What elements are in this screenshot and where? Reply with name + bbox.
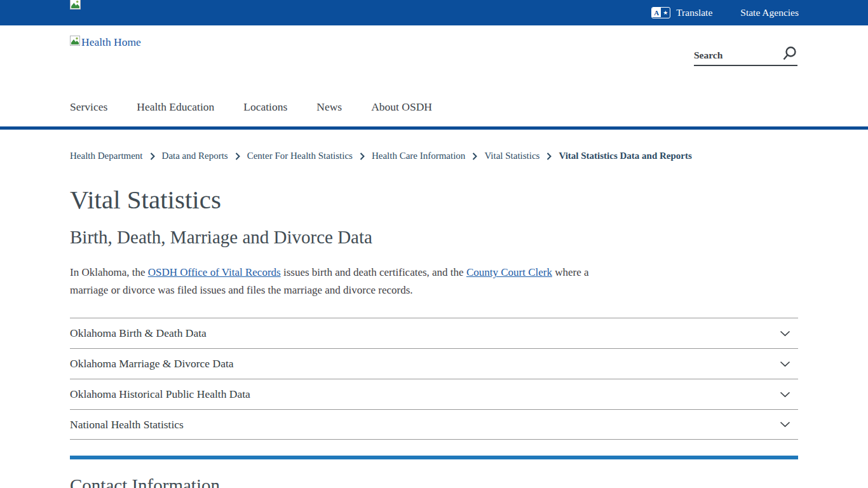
breadcrumb-center-for-health-statistics[interactable]: Center For Health Statistics	[247, 151, 353, 161]
chevron-right-icon	[472, 152, 477, 160]
chevron-down-icon	[780, 419, 790, 430]
accordion-label: Oklahoma Historical Public Health Data	[70, 388, 250, 401]
contact-information-heading: Contact Information	[70, 475, 220, 488]
accordion-historical-public-health-data[interactable]: Oklahoma Historical Public Health Data	[70, 379, 798, 409]
intro-text: issues birth and death certificates, and…	[281, 266, 466, 278]
search-placeholder: Search	[694, 50, 722, 61]
chevron-down-icon	[780, 358, 790, 370]
health-home-link[interactable]: Health Home	[70, 36, 141, 49]
nav-item-locations[interactable]: Locations	[243, 100, 287, 114]
accordion-label: National Health Statistics	[70, 418, 184, 431]
nav-item-news[interactable]: News	[316, 100, 342, 114]
nav-bottom-border	[0, 126, 868, 130]
intro-paragraph: In Oklahoma, the OSDH Office of Vital Re…	[70, 264, 597, 299]
breadcrumb-data-and-reports[interactable]: Data and Reports	[162, 151, 228, 161]
breadcrumb-health-care-information[interactable]: Health Care Information	[372, 151, 465, 161]
breadcrumb: Health Department Data and Reports Cente…	[70, 151, 692, 161]
vital-records-link[interactable]: OSDH Office of Vital Records	[148, 266, 281, 278]
top-utility-bar: Translate State Agencies	[0, 0, 868, 25]
page-subtitle: Birth, Death, Marriage and Divorce Data	[70, 227, 372, 248]
accordion-label: Oklahoma Marriage & Divorce Data	[70, 357, 234, 370]
accordion-marriage-divorce-data[interactable]: Oklahoma Marriage & Divorce Data	[70, 348, 798, 379]
chevron-down-icon	[780, 389, 790, 400]
health-home-label: Health Home	[81, 36, 141, 49]
breadcrumb-health-department[interactable]: Health Department	[70, 151, 143, 161]
search-input[interactable]: Search	[694, 46, 797, 66]
broken-image-icon[interactable]	[70, 0, 81, 12]
accordion-label: Oklahoma Birth & Death Data	[70, 327, 207, 340]
page-title: Vital Statistics	[70, 184, 221, 215]
intro-text: In Oklahoma, the	[70, 266, 148, 278]
top-utility-bar-links: Translate State Agencies	[651, 0, 799, 25]
nav-item-about-osdh[interactable]: About OSDH	[371, 100, 432, 114]
translate-icon	[651, 7, 670, 18]
chevron-right-icon	[235, 152, 240, 160]
main-navigation: Services Health Education Locations News…	[70, 100, 432, 114]
chevron-right-icon	[546, 152, 552, 160]
nav-item-services[interactable]: Services	[70, 100, 107, 114]
breadcrumb-current-page: Vital Statistics Data and Reports	[559, 151, 691, 161]
county-court-clerk-link[interactable]: County Court Clerk	[466, 266, 552, 278]
breadcrumb-vital-statistics[interactable]: Vital Statistics	[484, 151, 539, 161]
chevron-right-icon	[360, 152, 365, 160]
accordion-list: Oklahoma Birth & Death Data Oklahoma Mar…	[70, 318, 798, 440]
search-icon[interactable]	[781, 45, 797, 65]
translate-label: Translate	[676, 7, 712, 18]
broken-image-icon	[70, 36, 80, 49]
page: Hon Translate State Agencies	[0, 0, 868, 488]
chevron-right-icon	[150, 152, 155, 160]
chevron-down-icon	[780, 328, 790, 339]
accordion-birth-death-data[interactable]: Oklahoma Birth & Death Data	[70, 318, 798, 348]
section-divider	[70, 456, 798, 459]
nav-item-health-education[interactable]: Health Education	[137, 100, 214, 114]
translate-button[interactable]: Translate	[651, 7, 712, 18]
state-agencies-link[interactable]: State Agencies	[740, 7, 799, 18]
state-agencies-label: State Agencies	[740, 7, 799, 18]
accordion-national-health-statistics[interactable]: National Health Statistics	[70, 409, 798, 440]
